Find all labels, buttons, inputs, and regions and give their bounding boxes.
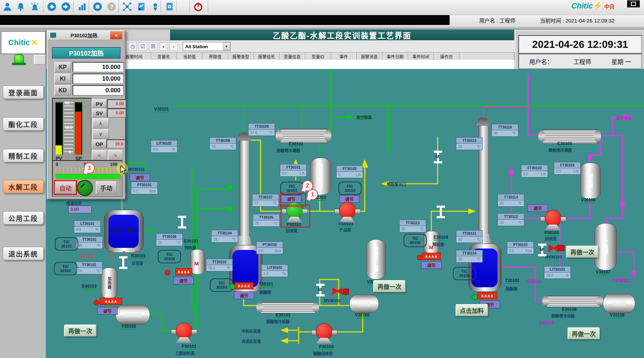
- label-V30106[interactable]: V30106: [581, 197, 595, 203]
- label-P30106[interactable]: P30106: [544, 230, 559, 236]
- label-E30104[interactable]: E30104: [433, 235, 448, 240]
- output-bar[interactable]: [56, 174, 120, 179]
- alarm-column-6[interactable]: 报警组名: [254, 52, 280, 60]
- instrument-FT30102[interactable]: FT301020L/h: [336, 165, 363, 178]
- controller-FIC30102[interactable]: FIC30102: [338, 182, 362, 195]
- instrument-TT30116[interactable]: TT3011620℃: [492, 124, 518, 137]
- label-V30102[interactable]: V30102: [121, 324, 136, 329]
- label-V30105[interactable]: V30105: [355, 313, 369, 318]
- instrument-TT30113[interactable]: TT3011320℃: [399, 220, 426, 232]
- cooler-E30103[interactable]: [261, 302, 315, 313]
- instrument-FT30101[interactable]: FT301010.0L/h: [280, 164, 307, 177]
- adjust-button[interactable]: 调节: [173, 277, 194, 284]
- bar-chart-icon[interactable]: [76, 1, 88, 12]
- decrease-button[interactable]: ∨: [92, 129, 109, 139]
- alarm-column-8[interactable]: 变量ID: [305, 52, 331, 60]
- auto-button[interactable]: 自动: [55, 181, 76, 194]
- close-icon[interactable]: ×: [110, 31, 123, 39]
- adjust-button[interactable]: 调节: [421, 261, 442, 269]
- alarm-column-10[interactable]: 报警消息: [357, 52, 382, 60]
- adjust-button[interactable]: 调节: [234, 291, 254, 299]
- instrument-PT30103[interactable]: PT301030.0Kpa: [507, 241, 534, 254]
- instrument-TT30110[interactable]: TT3011020℃: [456, 250, 483, 263]
- config-report-icon[interactable]: [163, 1, 175, 12]
- manual-button[interactable]: 手动: [96, 181, 117, 194]
- instrument-TT30106[interactable]: TT3010620℃: [156, 233, 183, 246]
- network-icon[interactable]: [121, 1, 133, 12]
- ack-check-icon[interactable]: ☑: [139, 42, 147, 51]
- instrument-PT30101[interactable]: PT301010.2Kpa: [131, 182, 158, 194]
- adjust-button[interactable]: 调节: [130, 174, 150, 181]
- pump-P30101[interactable]: [171, 322, 196, 343]
- back-icon[interactable]: [46, 1, 58, 12]
- siren-icon[interactable]: [29, 1, 41, 12]
- sidebar-item-4-active[interactable]: 水解工段: [3, 180, 44, 193]
- tank-V30102[interactable]: 水解储罐: [115, 305, 150, 325]
- action-button-点击加料[interactable]: 点击加料: [456, 304, 488, 316]
- instrument-TT30115[interactable]: TT3011520℃: [456, 137, 483, 150]
- forward-icon[interactable]: [60, 1, 72, 12]
- controller-TIC30101[interactable]: TIC30101: [55, 237, 78, 251]
- instrument-TT30104[interactable]: TT3010479℃: [211, 230, 238, 243]
- instrument-LIT30102[interactable]: LIT301022.2%: [261, 264, 288, 277]
- manual-valve[interactable]: [437, 206, 445, 218]
- op-value[interactable]: 19.6: [106, 139, 125, 149]
- instrument-TT30103[interactable]: TT3010376.4℃: [206, 259, 233, 271]
- cooler-E30106[interactable]: [546, 296, 600, 307]
- instrument-TT30114[interactable]: TT3011420℃: [498, 194, 524, 207]
- action-button-再做一次[interactable]: 再做一次: [373, 280, 406, 292]
- label-E30101[interactable]: E30101: [184, 239, 198, 244]
- op-left-button[interactable]: <: [92, 150, 107, 161]
- instrument-TT30107[interactable]: TT3010777℃: [252, 194, 279, 207]
- label-E30102[interactable]: E30102: [289, 142, 303, 147]
- alarm-column-13[interactable]: 操作员: [434, 52, 459, 60]
- pump-P30104[interactable]: [311, 323, 337, 344]
- tank-V30105[interactable]: 残液罐: [349, 294, 379, 313]
- column-T30101[interactable]: [239, 140, 250, 237]
- instrument-TT30108[interactable]: TT3010876℃: [210, 137, 236, 150]
- label-E30103[interactable]: E30103: [276, 313, 290, 318]
- controller-TIC30106[interactable]: TIC30106: [404, 234, 427, 247]
- setpoint-field[interactable]: 0.00: [68, 206, 92, 213]
- motor-valve[interactable]: M: [434, 151, 442, 163]
- action-button-再做一次[interactable]: 再做一次: [568, 327, 600, 339]
- instrument-LIT30102[interactable]: LIT301020.0%: [151, 140, 177, 153]
- manual-valve[interactable]: [178, 216, 186, 228]
- instrument-TT30102[interactable]: TT3010270℃: [76, 262, 102, 274]
- alarm-table-body[interactable]: [117, 60, 515, 69]
- action-button-再做一次[interactable]: 再做一次: [566, 246, 599, 258]
- controller-TIC30105[interactable]: TIC30105: [453, 267, 476, 280]
- instrument-LT30101[interactable]: LT301014.4%: [74, 220, 101, 233]
- param-value-KD[interactable]: 0.000: [73, 85, 124, 96]
- power-icon[interactable]: [192, 1, 204, 12]
- label-E30105[interactable]: E30105: [557, 141, 572, 147]
- action-button-再做一次[interactable]: 再做一次: [64, 325, 96, 337]
- unlock-icon[interactable]: ▫: [169, 42, 178, 51]
- alarm-column-7[interactable]: 变量信息: [280, 52, 305, 60]
- label-T30101[interactable]: T30101: [259, 282, 273, 287]
- instrument-FT30103[interactable]: FT301030.0L/h: [521, 165, 548, 177]
- sidebar-item-3[interactable]: 精制工段: [3, 149, 44, 162]
- sidebar-item-1[interactable]: 登录画面: [3, 86, 44, 99]
- sv-value[interactable]: 0.00: [107, 108, 126, 118]
- label-E40103[interactable]: E40103: [82, 284, 96, 289]
- increase-button[interactable]: ∧: [92, 118, 109, 129]
- label-R30101[interactable]: R30101: [131, 253, 146, 259]
- label-E30106[interactable]: E30106: [562, 307, 576, 313]
- condenser-E30102[interactable]: [280, 129, 328, 143]
- locate-icon[interactable]: [149, 1, 161, 12]
- bell-icon[interactable]: [15, 1, 27, 12]
- alarm-column-5[interactable]: 报警类型: [228, 52, 254, 60]
- motor-valve[interactable]: M: [538, 244, 546, 256]
- instrument-TT30112[interactable]: TT3011220℃: [498, 213, 524, 226]
- instrument-TT30111[interactable]: TT3011120℃: [456, 230, 483, 243]
- clock-icon[interactable]: ◷: [129, 42, 137, 51]
- dropdown-arrow-icon[interactable]: ▼: [223, 43, 230, 50]
- param-value-KP[interactable]: 10.000: [73, 62, 124, 73]
- alarm-column-3[interactable]: 当前值: [177, 52, 202, 60]
- trend-report-icon[interactable]: [135, 1, 147, 12]
- heater-E40103[interactable]: 加热器: [101, 268, 118, 299]
- tank-V30108[interactable]: 残液罐: [603, 294, 635, 313]
- drum-V30106[interactable]: 回流罐: [580, 163, 601, 199]
- sidebar-item-6[interactable]: 退出系统: [3, 247, 44, 260]
